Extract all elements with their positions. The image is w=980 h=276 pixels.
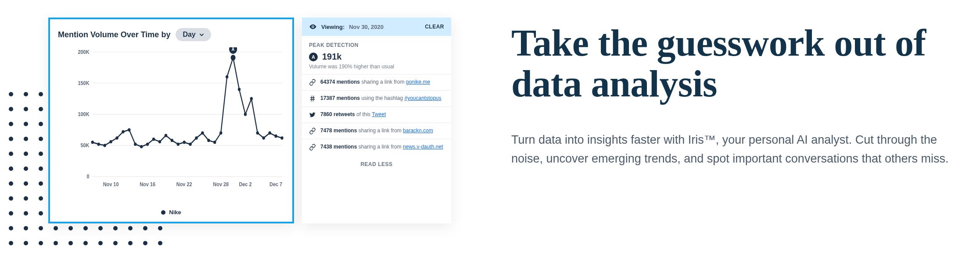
peak-subtext: Volume was 190% higher than usual (302, 64, 451, 74)
page-subcopy: Turn data into insights faster with Iris… (511, 131, 950, 168)
peak-detail-row: 17387 mentions using the hashtag #youcan… (302, 90, 451, 106)
peak-detail-row: 7438 mentions sharing a link from news.v… (302, 139, 451, 155)
svg-point-45 (268, 131, 271, 135)
chart-header: Mention Volume Over Time by Day (58, 28, 284, 41)
svg-text:Nov 28: Nov 28 (213, 181, 229, 188)
svg-point-40 (238, 88, 241, 91)
svg-text:Nov 16: Nov 16 (140, 181, 155, 188)
svg-point-47 (280, 136, 283, 140)
svg-point-48 (231, 55, 236, 60)
svg-point-17 (97, 142, 100, 146)
svg-point-38 (226, 75, 228, 79)
svg-text:100K: 100K (78, 111, 90, 117)
detail-text: 64374 mentions sharing a link from gonik… (320, 79, 430, 85)
page-headline: Take the guesswork out of data analysis (511, 23, 955, 104)
svg-point-19 (109, 140, 112, 144)
svg-point-20 (115, 136, 118, 140)
viewing-label: Viewing: (321, 24, 345, 30)
link-icon (309, 79, 316, 86)
svg-point-44 (262, 136, 265, 140)
detail-text: 7860 retweets of this Tweet (320, 111, 386, 117)
svg-text:150K: 150K (78, 80, 90, 86)
svg-point-27 (158, 140, 161, 144)
dashboard-preview: Mention Volume Over Time by Day 050K100K… (48, 18, 470, 223)
svg-point-26 (152, 138, 155, 141)
chevron-down-icon (199, 32, 204, 37)
read-less-button[interactable]: READ LESS (302, 155, 451, 174)
eye-icon (309, 23, 317, 31)
peak-detail-row: 7478 mentions sharing a link from barack… (302, 123, 451, 139)
svg-text:Nov 10: Nov 10 (103, 181, 119, 188)
detail-link[interactable]: #youcantstopus (404, 95, 441, 101)
svg-point-42 (250, 97, 253, 101)
svg-text:A: A (232, 47, 235, 52)
hashtag-icon (309, 95, 316, 102)
svg-point-30 (177, 142, 179, 146)
detail-link[interactable]: news.v-dauth.net (403, 144, 443, 150)
legend-color-swatch (161, 210, 165, 215)
peak-section-title: PEAK DETECTION (302, 36, 451, 52)
granularity-dropdown[interactable]: Day (176, 28, 211, 41)
svg-point-16 (91, 141, 94, 144)
viewing-date: Nov 30, 2020 (349, 24, 384, 30)
svg-point-35 (207, 139, 210, 142)
svg-point-37 (219, 131, 222, 135)
svg-point-32 (189, 142, 191, 146)
svg-point-43 (256, 131, 259, 135)
link-icon (309, 127, 316, 134)
granularity-label: Day (183, 31, 195, 39)
svg-text:200K: 200K (78, 49, 90, 55)
chart-card: Mention Volume Over Time by Day 050K100K… (48, 18, 294, 223)
twitter-icon (309, 111, 316, 118)
svg-text:Dec 7: Dec 7 (269, 181, 282, 188)
detail-link[interactable]: Tweet (372, 111, 386, 117)
svg-text:50K: 50K (80, 142, 89, 149)
svg-point-51 (312, 26, 314, 28)
peak-headline: A 191k (302, 52, 451, 64)
detail-text: 17387 mentions using the hashtag #youcan… (320, 95, 442, 101)
detail-text: 7438 mentions sharing a link from news.v… (320, 144, 443, 150)
svg-point-41 (244, 113, 247, 116)
marketing-copy: Take the guesswork out of data analysis … (511, 23, 955, 168)
svg-point-24 (140, 145, 143, 149)
svg-point-28 (165, 134, 167, 137)
svg-point-31 (183, 141, 186, 144)
peak-detail-row: 64374 mentions sharing a link from gonik… (302, 74, 451, 90)
svg-point-21 (122, 130, 124, 134)
clear-button[interactable]: CLEAR (425, 24, 444, 30)
peak-detail-list: 64374 mentions sharing a link from gonik… (302, 74, 451, 155)
svg-point-33 (195, 136, 197, 140)
peak-marker-badge: A (309, 53, 318, 61)
viewing-bar: Viewing: Nov 30, 2020 CLEAR (302, 18, 451, 36)
svg-text:0: 0 (86, 173, 89, 180)
svg-point-23 (134, 142, 136, 146)
svg-point-36 (213, 141, 216, 144)
svg-point-25 (146, 142, 149, 146)
svg-text:Dec 2: Dec 2 (239, 181, 251, 188)
chart-legend: Nike (58, 209, 284, 216)
link-icon (309, 144, 316, 151)
svg-point-18 (103, 144, 106, 147)
chart-plot-area: 050K100K150K200KNov 10Nov 16Nov 22Nov 28… (58, 47, 284, 206)
legend-series-name: Nike (169, 209, 181, 216)
detail-text: 7478 mentions sharing a link from barack… (320, 127, 433, 134)
svg-text:Nov 22: Nov 22 (176, 181, 192, 188)
chart-title: Mention Volume Over Time by (58, 30, 170, 39)
detail-link[interactable]: gonike.me (406, 79, 430, 85)
peak-detection-panel: Viewing: Nov 30, 2020 CLEAR PEAK DETECTI… (302, 18, 451, 223)
line-chart-svg: 050K100K150K200KNov 10Nov 16Nov 22Nov 28… (78, 47, 284, 189)
peak-detail-row: 7860 retweets of this Tweet (302, 106, 451, 123)
svg-point-22 (128, 128, 130, 132)
svg-point-46 (274, 134, 277, 138)
svg-point-34 (201, 131, 204, 135)
detail-link[interactable]: barackn.com (403, 127, 433, 134)
svg-point-29 (171, 139, 173, 142)
peak-value: 191k (322, 52, 342, 62)
